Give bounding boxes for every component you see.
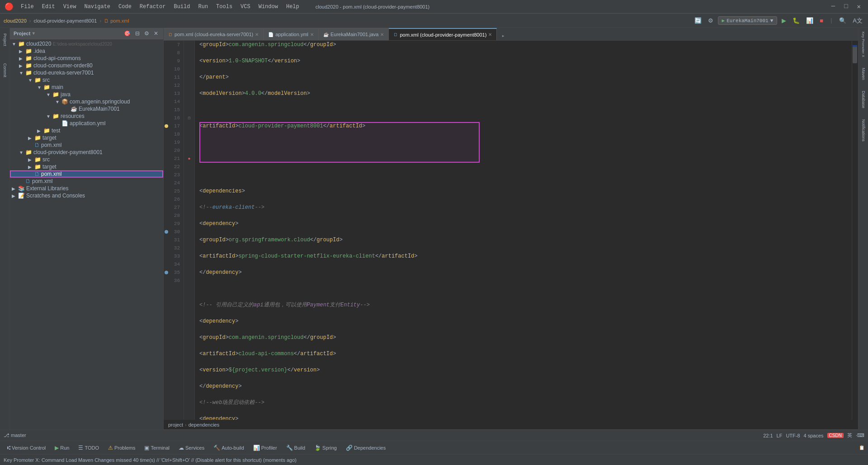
menu-window[interactable]: Window (255, 3, 282, 11)
tab-key-promoter[interactable]: Key Promoter X (860, 30, 866, 59)
folder-icon-target-p: 📁 (34, 164, 41, 170)
run-button[interactable]: ▶ (780, 16, 788, 25)
fold-dependencies[interactable]: ⊟ (184, 114, 194, 122)
breadcrumb-cloud2020[interactable]: cloud2020 (4, 18, 27, 23)
maximize-button[interactable]: □ (841, 2, 850, 11)
tab-pom-eureka[interactable]: 🗋 pom.xml (cloud-eureka-server7001) ✕ (164, 28, 264, 40)
translate-button[interactable]: A文 (851, 16, 864, 26)
tab-project[interactable]: Project (2, 32, 8, 48)
tree-java[interactable]: ▼ 📁 java (10, 91, 163, 98)
services-button[interactable]: ☁ Services (175, 444, 208, 452)
tree-eureka[interactable]: ▼ 📁 cloud-eureka-server7001 (10, 69, 163, 76)
tree-idea[interactable]: ▶ 📁 .idea (10, 47, 163, 55)
tree-app-yml[interactable]: ▶ 📄 application.yml (10, 120, 163, 127)
tree-main[interactable]: ▼ 📁 main (10, 84, 163, 91)
tree-root[interactable]: ▼ 📁 cloud2020 E:\idea-workspace\cloud202… (10, 40, 163, 47)
tab-maven[interactable]: Maven (860, 66, 867, 82)
tab-close-2[interactable]: ✕ (310, 32, 314, 37)
tree-consumer[interactable]: ▶ 📁 cloud-consumer-order80 (10, 62, 163, 69)
tab-database[interactable]: Database (860, 89, 867, 110)
breadcrumb-dependencies[interactable]: dependencies (189, 422, 220, 427)
tab-bar[interactable]: 🗋 pom.xml (cloud-eureka-server7001) ✕ 📄 … (164, 28, 858, 41)
version-control-button[interactable]: ⑆ Version Control (4, 444, 49, 452)
menu-refactor[interactable]: Refactor (136, 3, 170, 11)
tree-target-eureka[interactable]: ▶ 📁 target (10, 134, 163, 141)
run-panel-button[interactable]: ▶ Run (51, 444, 73, 452)
tree-payment[interactable]: ▼ 📁 cloud-provider-payment8001 (10, 149, 163, 156)
menu-navigate[interactable]: Navigate (80, 3, 114, 11)
tree-pom-root[interactable]: ▶ 🗋 pom.xml (10, 178, 163, 185)
tree-scratches[interactable]: ▶ 📝 Scratches and Consoles (10, 192, 163, 199)
event-log-icon[interactable]: 📋 (859, 445, 864, 450)
tab-close-3[interactable]: ✕ (380, 32, 384, 37)
code-editor[interactable]: <groupId>com.angenin.springcloud</groupI… (195, 41, 852, 420)
encoding[interactable]: UTF-8 (786, 433, 800, 438)
terminal-button[interactable]: ▣ Terminal (141, 444, 173, 452)
breadcrumb-file[interactable]: 🗋 pom.xml (104, 18, 129, 23)
tree-target-payment[interactable]: ▶ 📁 target (10, 163, 163, 170)
menu-help[interactable]: Help (283, 3, 303, 11)
spring-button[interactable]: 🍃 Spring (311, 444, 340, 452)
menu-build[interactable]: Build (170, 3, 193, 11)
input-method[interactable]: ·⌨ (856, 432, 864, 438)
tree-resources[interactable]: ▼ 📁 resources (10, 113, 163, 120)
editor-content[interactable]: 7 8 9 10 11 12 13 14 15 16 17 18 19 20 2… (164, 41, 858, 420)
stop-button[interactable]: ■ (818, 16, 825, 25)
tree-pom-payment-selected[interactable]: ▶ 🗋 pom.xml (10, 170, 163, 178)
settings-button[interactable]: ⚙ (706, 16, 715, 25)
tree-src-payment[interactable]: ▶ 📁 src (10, 156, 163, 163)
settings-panel-button[interactable]: ⚙ (143, 30, 151, 37)
sync-button[interactable]: 🔄 (693, 16, 703, 25)
line-ending[interactable]: LF (777, 433, 783, 438)
todo-button[interactable]: ☰ TODO (75, 444, 103, 452)
tree-ext-libs[interactable]: ▶ 📚 External Libraries (10, 185, 163, 192)
profiler-button[interactable]: 📊 Profiler (250, 444, 281, 452)
build-button[interactable]: 🔧 Build (283, 444, 309, 452)
scroll-indicator[interactable] (852, 41, 858, 420)
window-controls[interactable]: ─ □ ✕ (829, 2, 863, 11)
menu-view[interactable]: View (60, 3, 80, 11)
run-with-coverage[interactable]: 📊 (804, 16, 815, 25)
tab-pom-payment-active[interactable]: 🗋 pom.xml (cloud-provider-payment8001) ✕ (389, 28, 497, 40)
tree-package[interactable]: ▼ 📦 com.angenin.springcloud (10, 98, 163, 105)
hide-panel-button[interactable]: ✕ (152, 30, 160, 37)
collapse-button[interactable]: ⊟ (134, 30, 141, 37)
search-button[interactable]: 🔍 (837, 16, 848, 25)
tab-close-4[interactable]: ✕ (488, 32, 492, 37)
tab-commit[interactable]: Commit (2, 61, 8, 79)
tree-api-commons[interactable]: ▶ 📁 cloud-api-commons (10, 55, 163, 62)
tree-eureka-main[interactable]: ▶ ☕ EurekaMain7001 (10, 105, 163, 113)
code-line-21: </dependency> (199, 268, 847, 277)
close-button[interactable]: ✕ (854, 2, 863, 11)
panel-dropdown-icon[interactable]: ▼ (32, 31, 35, 36)
auto-build-button[interactable]: 🔨 Auto-build (210, 444, 248, 452)
tree-src[interactable]: ▼ 📁 src (10, 76, 163, 84)
scroll-thumb[interactable] (853, 45, 857, 63)
panel-actions[interactable]: 🎯 ⊟ ⚙ ✕ (123, 30, 160, 37)
indent-info[interactable]: 4 spaces (804, 433, 824, 438)
menu-tools[interactable]: Tools (212, 3, 236, 11)
tab-notifications[interactable]: Notifications (860, 117, 867, 143)
menu-file[interactable]: File (17, 3, 38, 11)
problems-button[interactable]: ⚠ Problems (104, 444, 139, 452)
tab-overflow-button[interactable]: ▸ (499, 32, 507, 40)
menu-bar[interactable]: File Edit View Navigate Code Refactor Bu… (17, 3, 303, 11)
project-tree[interactable]: ▼ 📁 cloud2020 E:\idea-workspace\cloud202… (10, 39, 163, 430)
tab-app-yml[interactable]: 📄 application.yml ✕ (264, 28, 319, 40)
menu-edit[interactable]: Edit (38, 3, 59, 11)
minimize-button[interactable]: ─ (829, 2, 838, 11)
locate-button[interactable]: 🎯 (123, 30, 132, 37)
debug-button[interactable]: 🐛 (791, 16, 802, 25)
menu-code[interactable]: Code (115, 3, 135, 11)
tab-eureka-java[interactable]: ☕ EurekaMain7001.java ✕ (319, 28, 389, 40)
tree-test[interactable]: ▶ 📁 test (10, 127, 163, 134)
dependencies-button[interactable]: 🔗 Dependencies (342, 444, 389, 452)
git-branch[interactable]: ⎇ master (4, 432, 26, 438)
breadcrumb-project[interactable]: project (168, 422, 183, 427)
breadcrumb-module[interactable]: cloud-provider-payment8001 (33, 18, 97, 23)
menu-vcs[interactable]: VCS (237, 3, 254, 11)
tree-pom-eureka[interactable]: ▶ 🗋 pom.xml (10, 141, 163, 149)
menu-run[interactable]: Run (194, 3, 212, 11)
run-config-selector[interactable]: ▶ EurekaMain7001 ▼ (718, 16, 778, 25)
tab-close-1[interactable]: ✕ (255, 32, 259, 37)
